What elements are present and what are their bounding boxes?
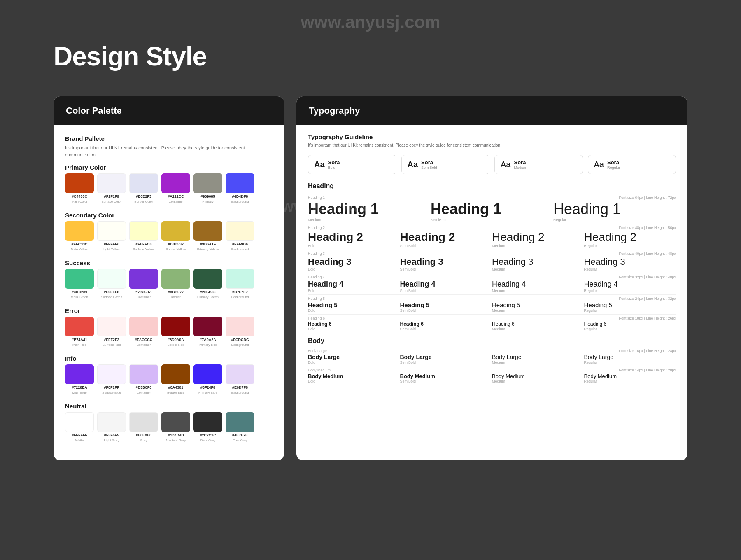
h4-weight4: Regular (584, 289, 676, 293)
font-sample-medium: Aa Sora Medium (494, 155, 583, 174)
h2-weight2: SemiBold (400, 244, 492, 248)
h6-label: Heading 6 (308, 316, 400, 320)
secondary-color-swatches: #FFC33C Main Yellow #FFFFF6 Light Yellow… (65, 221, 273, 251)
h2-col4: Heading 2 Regular (584, 231, 676, 248)
typography-body: Typography Guideline It's important that… (296, 125, 687, 393)
body-medium-bold-text: Body Medium (308, 373, 400, 379)
body-large-semibold-text: Body Large (400, 354, 492, 360)
h4-medium-text: Heading 4 (492, 280, 584, 289)
color-hex: #9B6A1F (200, 242, 216, 246)
color-name: Border (171, 295, 181, 299)
color-hex: #7A0A2A (200, 338, 216, 342)
h4-col1: Heading 4 Bold (308, 280, 400, 293)
h1-bold-text: Heading 1 (308, 201, 431, 218)
font-sample-bold: Aa Sora Bold (308, 155, 396, 174)
h2-weight1: Bold (308, 244, 400, 248)
color-name: Background (231, 343, 249, 347)
color-hex: #FEFFC8 (135, 242, 151, 246)
h4-weight1: Bold (308, 289, 400, 293)
h6-row: Heading 6 Bold Heading 6 SemiBold Headin… (308, 320, 676, 333)
color-name: Background (231, 247, 249, 251)
color-hex: #3DC289 (72, 290, 87, 294)
swatch (129, 173, 158, 193)
color-hex: #FFC33C (71, 242, 87, 246)
color-name: White (75, 439, 84, 442)
h6-semibold-text: Heading 6 (400, 321, 492, 327)
error-color-section: Error #E74A41 Main Red #FFF2F2 Surface R… (65, 307, 273, 347)
h2-col1: Heading 2 Bold (308, 231, 400, 248)
swatch (97, 317, 126, 336)
swatch (65, 173, 94, 193)
h3-bold-text: Heading 3 (308, 257, 400, 267)
swatch (193, 317, 222, 336)
body-medium-medium-text: Body Medium (492, 373, 584, 379)
color-hex: #F2FFF8 (104, 290, 119, 294)
color-hex: #8A4301 (168, 385, 184, 390)
h1-weight3: Regular (553, 218, 676, 222)
color-palette-body: Brand Pallete It's important that our UI… (54, 125, 284, 460)
color-name: Surface Green (101, 295, 122, 299)
color-hex: #4D4DF8 (232, 194, 248, 198)
swatch (193, 412, 222, 432)
font-sample-regular: Aa Sora Regular (588, 155, 676, 174)
h2-col3: Heading 2 Medium (492, 231, 584, 248)
color-hex: #A222CC (168, 194, 184, 198)
body-medium-semibold-text: Body Medium (400, 373, 492, 379)
h1-col1: Heading 1 Medium (308, 201, 431, 222)
h2-meta: Heading 2 Font size 48px | Line Height :… (308, 224, 676, 230)
swatch (161, 412, 190, 432)
h6-col3: Heading 6 Medium (492, 321, 584, 331)
swatch (193, 221, 222, 241)
font-sample-weight: SemiBold (421, 166, 437, 170)
color-hex: #3F24F8 (200, 385, 215, 390)
h4-label: Heading 4 (308, 275, 400, 279)
color-name: Background (231, 200, 249, 203)
swatch-item: #E0E2F3 Border Color (129, 173, 158, 203)
color-hex: #D8B532 (168, 242, 184, 246)
swatch (161, 221, 190, 241)
font-sample-aa: Aa (408, 160, 418, 169)
h3-meta: Heading 3 Font size 40px | Line Height :… (308, 250, 676, 256)
swatch-item: #3F24F8 Primary Blue (193, 364, 222, 394)
font-sample-weight: Regular (607, 166, 620, 170)
swatch (97, 412, 126, 432)
swatch-item: #F8F1FF Surface Blue (97, 364, 126, 394)
h6-meta: Heading 6 Font size 18px | Line Height :… (308, 315, 676, 320)
h6-size: Font size 18px | Line Height : 26px (584, 316, 676, 320)
h3-row: Heading 3 Bold Heading 3 SemiBold Headin… (308, 256, 676, 273)
font-sample-info: Sora Bold (328, 159, 340, 170)
h5-bold-text: Heading 5 (308, 301, 400, 308)
body-medium-meta: Body Medium Font size 14px | Line Height… (308, 366, 676, 372)
color-hex: #2C2C2C (200, 433, 216, 437)
primary-color-label: Primary Color (65, 164, 273, 171)
body-medium-weight4: Regular (584, 379, 676, 383)
success-color-swatches: #3DC289 Main Green #F2FFF8 Surface Green… (65, 269, 273, 299)
page-title: Design Style (0, 0, 741, 96)
swatch-item: #909085 Primary (193, 173, 222, 203)
primary-color-section: Primary Color #C4400C Main Color #F2F1F9… (65, 164, 273, 203)
swatch (161, 364, 190, 384)
color-name: Border Red (168, 343, 184, 347)
neutral-color-label: Neutral (65, 403, 273, 410)
body-medium-regular-text: Body Medium (584, 373, 676, 379)
body-medium-col2: Body Medium SemiBold (400, 373, 492, 383)
color-hex: #909085 (200, 194, 215, 198)
h5-weight1: Bold (308, 308, 400, 313)
h1-col2: Heading 1 SemiBold (431, 201, 553, 222)
h4-row: Heading 4 Bold Heading 4 SemiBold Headin… (308, 279, 676, 295)
body-large-regular-text: Body Large (584, 354, 676, 360)
color-name: Gray (140, 439, 147, 442)
font-sample-name: Sora (421, 159, 437, 166)
font-sample-aa: Aa (501, 160, 510, 169)
body-medium-row: Body Medium Bold Body Medium SemiBold Bo… (308, 372, 676, 385)
color-name: Primary Green (197, 295, 219, 299)
h1-label: Heading 1 (308, 196, 400, 200)
h5-col3: Heading 5 Medium (492, 301, 584, 313)
heading-section-label: Heading (308, 182, 676, 191)
font-sample-name: Sora (514, 159, 527, 166)
swatch (161, 317, 190, 336)
swatch (97, 269, 126, 289)
color-name: Light Yellow (103, 247, 120, 251)
h6-col2: Heading 6 SemiBold (400, 321, 492, 331)
font-sample-weight: Bold (328, 166, 340, 170)
